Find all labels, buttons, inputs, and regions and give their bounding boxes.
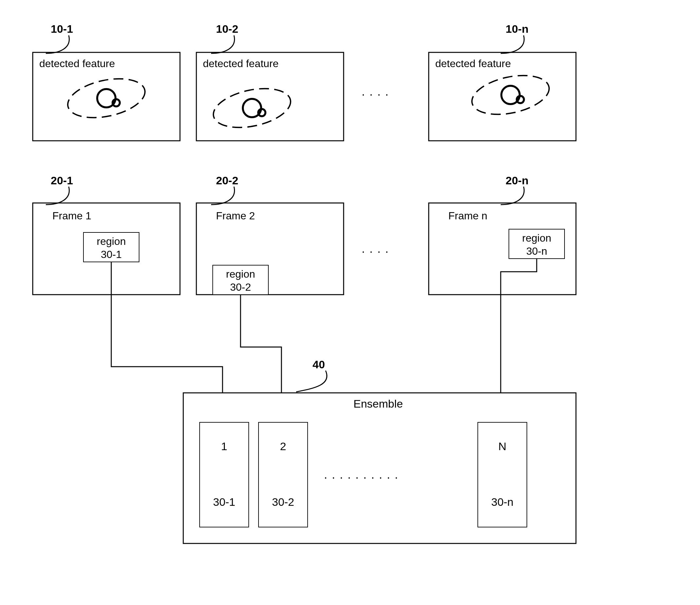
ref-10-2: 10-2	[216, 23, 238, 35]
ens-item2-bot: 30-2	[272, 495, 294, 508]
ens-itemn-bot: 30-n	[491, 495, 514, 508]
ref-20-1: 20-1	[51, 174, 73, 187]
region-n-line2: 30-n	[526, 245, 547, 257]
ref-10-1: 10-1	[51, 23, 73, 35]
frame-panel-n: Frame n region 30-n 20-n	[429, 174, 576, 295]
frame-panel-2: Frame 2 region 30-2 20-2	[196, 174, 344, 295]
detected-panel-1: detected feature 10-1	[33, 23, 180, 141]
ensemble-title: Ensemble	[353, 397, 403, 410]
region-1-line1: region	[97, 235, 126, 247]
svg-rect-21	[478, 422, 527, 527]
ens-item1-bot: 30-1	[213, 495, 235, 508]
ref-40: 40	[312, 358, 325, 370]
region-1-line2: 30-1	[101, 248, 122, 260]
row2-ellipsis: ····	[361, 245, 393, 258]
detected-panel-2: detected feature 10-2	[196, 23, 344, 141]
ref-20-2: 20-2	[216, 174, 238, 187]
ref-10-n: 10-n	[506, 23, 528, 35]
ens-item2-top: 2	[280, 440, 286, 453]
detected-panel-n: detected feature 10-n	[429, 23, 576, 141]
frame-label-n: Frame n	[448, 210, 487, 222]
detected-label-n: detected feature	[435, 57, 511, 69]
ens-item1-top: 1	[221, 440, 227, 453]
ref-20-n: 20-n	[506, 174, 528, 187]
frame-label-2: Frame 2	[216, 210, 255, 222]
ens-itemn-top: N	[498, 440, 507, 453]
frame-panel-1: Frame 1 region 30-1 20-1	[33, 174, 180, 295]
detected-label-2: detected feature	[203, 57, 278, 69]
svg-rect-19	[200, 422, 249, 527]
region-2-line2: 30-2	[230, 281, 251, 293]
region-2-line1: region	[226, 268, 255, 280]
region-n-line1: region	[522, 232, 551, 244]
frame-label-1: Frame 1	[52, 210, 91, 222]
ensemble-ellipsis: ··········	[324, 470, 402, 484]
ensemble-container: Ensemble 40 1 30-1 2 30-2 ·········· N 3…	[183, 358, 576, 543]
detected-label-1: detected feature	[39, 57, 115, 69]
row1-ellipsis: ····	[361, 88, 393, 101]
svg-rect-20	[258, 422, 308, 527]
